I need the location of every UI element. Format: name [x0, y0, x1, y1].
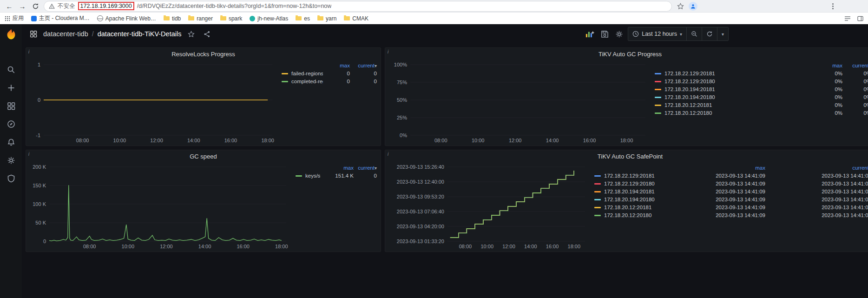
legend-series-label[interactable]: 172.18.20.12:20181 [655, 102, 812, 108]
side-panel-icon[interactable] [857, 16, 863, 21]
favorite-star-icon[interactable] [185, 28, 197, 40]
panel-title[interactable]: GC speed [190, 153, 217, 160]
folder-icon [296, 16, 302, 20]
share-icon[interactable] [201, 28, 213, 40]
back-icon[interactable]: ← [5, 1, 14, 11]
panel-info-icon[interactable]: i [388, 49, 388, 54]
reading-list-icon[interactable] [844, 16, 851, 21]
legend-series-label[interactable]: 172.18.20.12:20180 [655, 110, 812, 116]
svg-text:0: 0 [38, 97, 40, 103]
legend-series-label[interactable]: 172.18.20.194:20180 [655, 94, 812, 100]
legend-series-label[interactable]: 172.18.22.129:20181 [655, 71, 812, 76]
time-range-picker[interactable]: Last 12 hours [628, 27, 687, 41]
profile-avatar[interactable] [689, 2, 697, 11]
legend-series-label[interactable]: 172.18.20.12:20181 [594, 205, 655, 210]
add-panel-button[interactable] [583, 28, 596, 40]
dashboard-grid-icon[interactable] [27, 28, 39, 40]
timeseries-chart[interactable]: 200 K150 K100 K50 K008:0010:0012:0014:00… [30, 162, 290, 251]
legend-series-label[interactable]: keys/s [296, 173, 320, 179]
browser-menu-icon[interactable] [829, 3, 836, 9]
legend-current-value: 2023-09-13 14:41:09 [768, 197, 868, 202]
series-color-swatch [655, 113, 661, 114]
not-secure-warning-icon[interactable] [49, 3, 55, 9]
panel-title[interactable]: ResolveLocks Progress [171, 51, 235, 58]
legend: max current 172.18.22.129:20181 2023-09-… [589, 162, 868, 251]
legend-current-header[interactable]: current [768, 165, 868, 171]
explore-compass-icon[interactable] [6, 119, 16, 129]
panel-info-icon[interactable]: i [28, 49, 29, 54]
legend-series-label[interactable]: 172.18.22.129:20180 [655, 79, 812, 84]
legend-series-label[interactable]: 172.18.20.194:20180 [594, 197, 655, 202]
dashboard-settings-button[interactable] [613, 28, 625, 40]
bookmark-item[interactable]: spark [220, 15, 242, 22]
svg-text:150 K: 150 K [33, 183, 46, 188]
panel-header[interactable]: ResolveLocks Progress [26, 48, 381, 60]
legend-current-value: 0% [845, 71, 868, 76]
svg-text:2023-09-13 12:40:00: 2023-09-13 12:40:00 [397, 179, 444, 185]
bookmark-item[interactable]: tidb [164, 15, 181, 22]
admin-shield-icon[interactable] [6, 173, 16, 184]
address-bar[interactable]: 不安全 172.18.19.169:3000 /d/RDVQiEzZz/data… [44, 1, 672, 12]
folder-icon [344, 16, 350, 20]
grafana-logo[interactable] [5, 28, 18, 41]
timeseries-chart[interactable]: 100%75%50%25%0%08:0010:0012:0014:0016:00… [389, 60, 649, 145]
bookmark-item[interactable]: CMAK [344, 15, 368, 22]
bookmark-item[interactable]: yarn [317, 15, 336, 22]
panel-info-icon[interactable]: i [388, 152, 388, 157]
apps-shortcut[interactable]: 应用 [5, 14, 24, 22]
legend-row: 172.18.22.129:20181 2023-09-13 14:41:09 … [594, 173, 868, 179]
legend-max-header[interactable]: max [658, 165, 765, 171]
bookmark-star-icon[interactable] [676, 1, 685, 11]
series-color-swatch [282, 73, 288, 74]
reload-icon[interactable] [31, 1, 40, 11]
legend-series-label[interactable]: 172.18.20.12:20180 [594, 212, 655, 218]
globe-icon [97, 15, 103, 21]
bookmark-item[interactable]: Apache Flink Web… [97, 15, 156, 22]
refresh-button[interactable] [702, 27, 717, 41]
legend-max-header[interactable]: max [326, 63, 350, 68]
bookmark-item[interactable]: 主页 - Cloudera M… [31, 14, 90, 22]
legend-row: 172.18.20.194:20180 2023-09-13 14:41:09 … [594, 197, 868, 202]
panel-header[interactable]: GC speed [26, 150, 381, 162]
legend-max-header[interactable]: max [815, 63, 842, 68]
panel-header[interactable]: TiKV Auto GC SafePoint [385, 150, 868, 162]
panel-title[interactable]: TiKV Auto GC SafePoint [598, 153, 663, 160]
time-range-label: Last 12 hours [642, 31, 677, 37]
svg-text:08:00: 08:00 [434, 138, 447, 143]
configuration-gear-icon[interactable] [6, 155, 16, 166]
bookmark-item[interactable]: jh-new-Atlas [250, 15, 288, 22]
save-dashboard-button[interactable] [599, 28, 611, 40]
legend-series-label[interactable]: 172.18.20.194:20181 [594, 189, 655, 194]
panel-title[interactable]: TiKV Auto GC Progress [598, 51, 662, 58]
legend-current-header[interactable]: current [845, 63, 868, 68]
person-icon [690, 3, 696, 9]
panel-header[interactable]: TiKV Auto GC Progress [385, 48, 868, 60]
alerting-bell-icon[interactable] [6, 137, 16, 147]
search-icon[interactable] [6, 65, 16, 75]
refresh-interval-dropdown[interactable] [717, 27, 729, 41]
bookmark-item[interactable]: es [296, 15, 310, 22]
timeseries-chart[interactable]: 2023-09-13 15:26:402023-09-13 12:40:0020… [389, 162, 589, 251]
legend-series-label[interactable]: failed-regions [282, 71, 323, 76]
security-label[interactable]: 不安全 [58, 2, 75, 10]
dashboards-icon[interactable] [6, 101, 16, 111]
legend-max-header[interactable]: max [323, 165, 354, 171]
legend-current-header[interactable]: current [353, 63, 377, 68]
breadcrumb-dashboard-title[interactable]: datacenter-tidb-TiKV-Details [98, 30, 182, 38]
legend-max-value: 2023-09-13 14:41:09 [658, 205, 765, 210]
legend-series-label[interactable]: completed-regions [282, 79, 323, 84]
forward-icon[interactable]: → [18, 1, 27, 11]
zoom-out-button[interactable] [686, 27, 702, 41]
breadcrumb-folder[interactable]: datacenter-tidb [43, 30, 88, 38]
timeseries-chart[interactable]: 10-108:0010:0012:0014:0016:0018:00 [30, 60, 276, 145]
legend: max current 172.18.22.129:20181 0% 0% 17… [649, 60, 868, 145]
legend-series-label[interactable]: 172.18.20.194:20181 [655, 86, 812, 92]
panel-info-icon[interactable]: i [28, 152, 29, 157]
bookmark-item[interactable]: ranger [188, 15, 213, 22]
svg-text:18:00: 18:00 [275, 244, 288, 249]
legend-series-label[interactable]: 172.18.22.129:20181 [594, 173, 655, 179]
create-plus-icon[interactable] [6, 83, 16, 93]
legend-row: completed-regions 0 0 [282, 79, 377, 84]
legend-current-header[interactable]: current [356, 165, 377, 171]
legend-series-label[interactable]: 172.18.22.129:20180 [594, 181, 655, 186]
